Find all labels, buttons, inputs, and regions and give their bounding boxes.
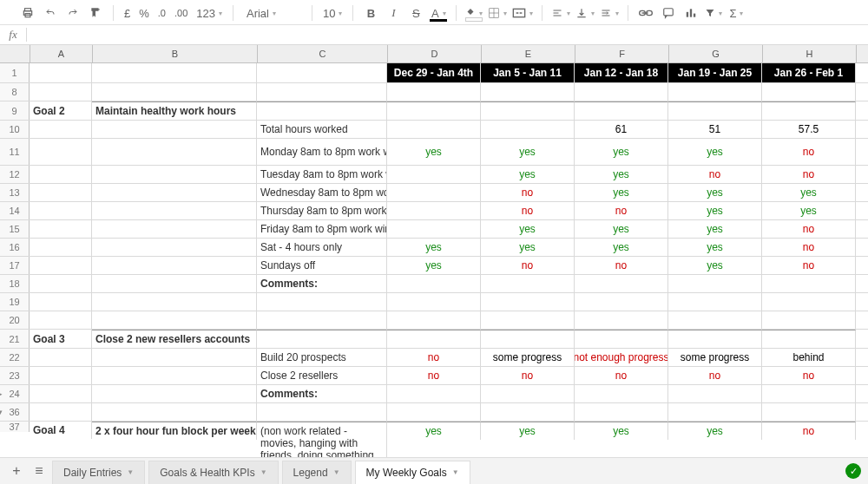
cell[interactable] [668, 311, 762, 329]
cell[interactable] [30, 349, 92, 366]
cell[interactable] [481, 275, 575, 292]
cell[interactable]: yes [668, 220, 762, 238]
cell[interactable]: yes [481, 166, 575, 183]
cell[interactable] [387, 121, 481, 138]
sheet-tab[interactable]: Goals & Health KPIs▼ [148, 461, 278, 484]
cell[interactable]: no [762, 367, 856, 384]
row-number[interactable]: 21 [0, 330, 30, 348]
cell[interactable] [668, 403, 762, 421]
row-number[interactable]: 23 [0, 367, 30, 384]
cell[interactable] [92, 275, 257, 292]
cell[interactable] [668, 293, 762, 311]
column-header[interactable]: C [258, 45, 388, 62]
cell[interactable] [575, 385, 668, 402]
row-number[interactable]: 37 [0, 422, 30, 432]
row-number[interactable]: 20 [0, 311, 30, 329]
cell[interactable] [30, 63, 92, 82]
cell[interactable]: yes [575, 166, 668, 183]
column-header[interactable]: D [388, 45, 482, 62]
cell[interactable] [92, 202, 257, 219]
column-header[interactable]: E [482, 45, 575, 62]
cell[interactable]: yes [762, 184, 856, 201]
cell[interactable]: some progress [481, 349, 575, 366]
cell[interactable] [30, 184, 92, 201]
cell[interactable] [30, 275, 92, 292]
cell[interactable] [387, 220, 481, 238]
cell[interactable] [92, 367, 257, 384]
cell[interactable] [668, 275, 762, 292]
cell[interactable]: Jan 26 - Feb 1 [762, 63, 856, 82]
all-sheets-button[interactable]: ≡ [30, 461, 49, 481]
cell[interactable] [92, 139, 257, 165]
cell[interactable]: yes [575, 184, 668, 201]
group-toggle-icon[interactable]: ▾ [0, 408, 3, 416]
cell[interactable]: Comments: [257, 385, 387, 402]
group-toggle-icon[interactable]: ▸ [0, 389, 3, 398]
insert-link-icon[interactable] [635, 4, 656, 22]
functions-dropdown[interactable]: Σ [726, 4, 746, 22]
cell[interactable] [30, 239, 92, 256]
cell[interactable] [92, 311, 257, 329]
cell[interactable] [30, 121, 92, 138]
chevron-down-icon[interactable]: ▼ [260, 468, 267, 476]
cell[interactable]: no [762, 220, 856, 238]
row-number[interactable]: 14 [0, 202, 30, 219]
cell[interactable]: not enough progress [575, 349, 668, 366]
row-number[interactable]: 8 [0, 83, 30, 101]
row-number[interactable]: 11 [0, 139, 30, 165]
cell[interactable]: 57.5 [762, 121, 856, 138]
cell[interactable] [575, 311, 668, 329]
row-number[interactable]: 10 [0, 121, 30, 138]
cell[interactable]: no [762, 257, 856, 274]
cell[interactable] [387, 275, 481, 292]
cell[interactable] [668, 101, 762, 120]
cell[interactable] [257, 311, 387, 329]
cell[interactable]: Jan 19 - Jan 25 [668, 63, 762, 82]
row-number[interactable]: 1 [0, 63, 30, 82]
cell[interactable]: yes [387, 422, 481, 440]
cell[interactable] [762, 403, 856, 421]
paint-format-icon[interactable] [85, 4, 106, 22]
sheet-tab[interactable]: Legend▼ [282, 461, 352, 484]
sheet-tab[interactable]: My Weekly Goals▼ [355, 461, 470, 484]
cell[interactable]: yes [387, 139, 481, 165]
cell[interactable]: no [762, 139, 856, 165]
cell[interactable] [257, 293, 387, 311]
cell[interactable]: no [481, 202, 575, 219]
cell[interactable]: Sundays off [257, 257, 387, 274]
cell[interactable]: 61 [575, 121, 668, 138]
insert-comment-icon[interactable] [658, 4, 679, 22]
chevron-down-icon[interactable]: ▼ [333, 468, 340, 476]
cell[interactable] [481, 385, 575, 402]
percent-button[interactable]: % [135, 4, 153, 22]
cell[interactable]: Close 2 new resellers accounts [92, 330, 257, 348]
row-number[interactable]: 22 [0, 349, 30, 366]
h-align-dropdown[interactable] [549, 4, 572, 22]
chevron-down-icon[interactable]: ▼ [127, 468, 134, 476]
cell[interactable]: no [575, 257, 668, 274]
cell[interactable]: Goal 2 [30, 101, 92, 120]
insert-chart-icon[interactable] [681, 4, 701, 22]
row-number[interactable]: 17 [0, 257, 30, 274]
cell[interactable] [575, 293, 668, 311]
cell[interactable]: behind [762, 349, 856, 366]
cell[interactable] [30, 166, 92, 183]
strike-button[interactable]: S [405, 4, 426, 22]
cell[interactable]: 51 [668, 121, 762, 138]
cell[interactable] [92, 293, 257, 311]
cell[interactable] [387, 385, 481, 402]
cell[interactable] [257, 403, 387, 421]
cell[interactable]: yes [481, 139, 575, 165]
cell[interactable]: yes [668, 239, 762, 256]
cell[interactable] [30, 293, 92, 311]
cell[interactable] [30, 367, 92, 384]
v-align-dropdown[interactable] [574, 4, 596, 22]
cell[interactable] [387, 403, 481, 421]
cell[interactable]: yes [668, 202, 762, 219]
cell[interactable]: yes [387, 257, 481, 274]
undo-icon[interactable] [40, 4, 61, 22]
cell[interactable] [575, 101, 668, 120]
cell[interactable]: Goal 4 [30, 422, 92, 439]
cell[interactable]: yes [387, 239, 481, 256]
cell[interactable] [387, 311, 481, 329]
